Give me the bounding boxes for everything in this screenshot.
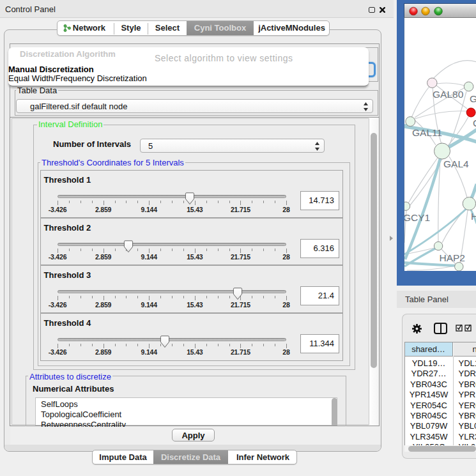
svg-text:HAP2: HAP2: [440, 252, 466, 263]
svg-text:GAL80: GAL80: [433, 89, 464, 100]
svg-text:GAL4: GAL4: [443, 158, 469, 169]
svg-text:GAL11: GAL11: [412, 127, 442, 138]
svg-text:C: C: [473, 118, 476, 128]
svg-text:H: H: [471, 211, 476, 222]
svg-text:G.: G.: [470, 93, 476, 104]
svg-text:GCY1: GCY1: [404, 212, 430, 223]
